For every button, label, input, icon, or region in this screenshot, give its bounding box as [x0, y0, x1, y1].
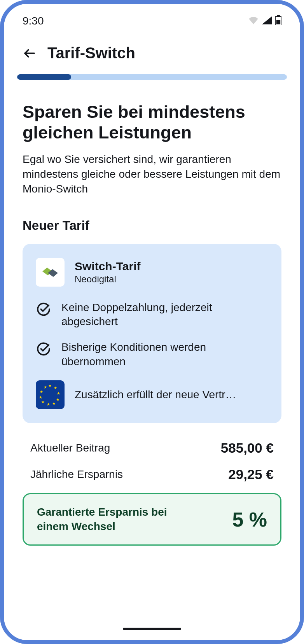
page-title: Tarif-Switch — [47, 44, 135, 62]
benefit-text: Bisherige Konditionen werden übernommen — [61, 340, 268, 369]
eu-flag-icon: ★ ★ ★ ★ ★ ★ ★ ★ ★ ★ — [36, 380, 65, 409]
check-circle-icon — [36, 341, 51, 357]
progress-bar — [17, 74, 287, 80]
tariff-card: Switch-Tarif Neodigital Keine Doppelzahl… — [23, 244, 281, 424]
device-frame: 9:30 Tarif-Switch Sparen Sie bei mindest… — [0, 0, 304, 644]
subtext: Egal wo Sie versichert sind, wir garanti… — [23, 152, 281, 196]
benefit-item: ★ ★ ★ ★ ★ ★ ★ ★ ★ ★ Zusätzlich erfüllt d… — [36, 380, 268, 409]
tariff-provider: Neodigital — [75, 274, 140, 285]
progress-fill — [17, 74, 71, 80]
cost-label: Aktueller Beitrag — [30, 442, 110, 454]
back-button[interactable] — [23, 46, 37, 60]
main-content: Sparen Sie bei mindestens gleichen Leist… — [4, 102, 300, 546]
status-time: 9:30 — [23, 15, 44, 27]
savings-label: Garantierte Ersparnis bei einem Wechsel — [37, 505, 185, 534]
cost-value: 29,25 € — [228, 467, 274, 482]
savings-box: Garantierte Ersparnis bei einem Wechsel … — [23, 493, 281, 546]
wifi-icon — [248, 16, 259, 26]
benefit-item: Keine Doppelzahlung, jederzeit abgesiche… — [36, 301, 268, 329]
cost-value: 585,00 € — [221, 440, 274, 456]
battery-icon — [275, 15, 281, 27]
neodigital-logo-icon — [41, 264, 59, 280]
headline: Sparen Sie bei mindestens gleichen Leist… — [23, 102, 281, 143]
benefit-text: Keine Doppelzahlung, jederzeit abgesiche… — [61, 301, 268, 329]
benefit-text: Zusätzlich erfüllt der neue Vertr… — [75, 388, 236, 402]
section-title: Neuer Tarif — [23, 218, 281, 233]
tariff-header: Switch-Tarif Neodigital — [36, 258, 268, 287]
benefit-item: Bisherige Konditionen werden übernommen — [36, 340, 268, 369]
cost-row-yearly: Jährliche Ersparnis 29,25 € — [23, 464, 281, 485]
tariff-name: Switch-Tarif — [75, 260, 140, 273]
cost-label: Jährliche Ersparnis — [30, 468, 123, 481]
savings-value: 5 % — [232, 508, 267, 531]
svg-rect-2 — [276, 20, 280, 24]
signal-icon — [262, 16, 272, 26]
app-header: Tarif-Switch — [4, 35, 300, 74]
status-icons — [248, 15, 281, 27]
provider-logo — [36, 258, 65, 287]
home-indicator[interactable] — [123, 628, 181, 630]
check-circle-icon — [36, 301, 51, 317]
cost-row-current: Aktueller Beitrag 585,00 € — [23, 437, 281, 459]
status-bar: 9:30 — [4, 4, 300, 35]
arrow-left-icon — [23, 46, 37, 60]
